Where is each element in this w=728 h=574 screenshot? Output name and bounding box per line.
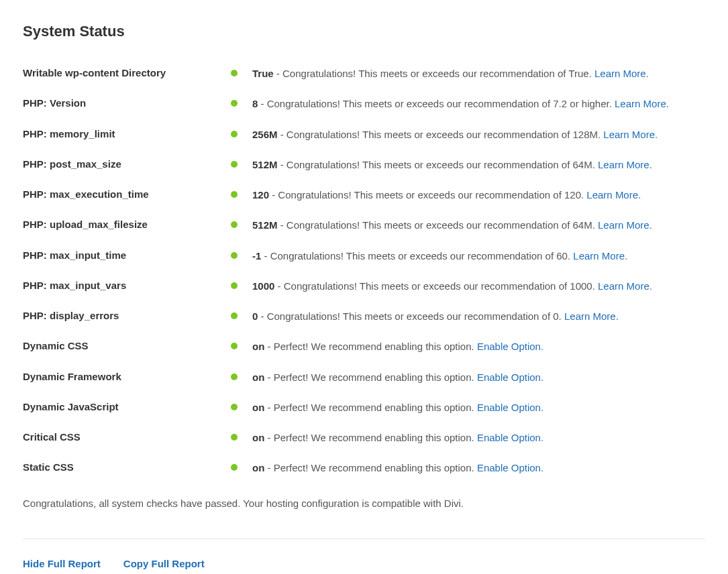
status-row: PHP: display_errors0 - Congratulations! … — [23, 308, 705, 324]
status-row: PHP: max_execution_time120 - Congratulat… — [23, 187, 705, 203]
status-text: - Perfect! We recommend enabling this op… — [264, 432, 477, 443]
divider — [23, 538, 705, 539]
status-list: Writable wp-content DirectoryTrue - Cong… — [23, 66, 705, 476]
status-label: PHP: Version — [23, 96, 231, 111]
status-label: PHP: max_input_time — [23, 248, 231, 264]
status-link[interactable]: Learn More. — [594, 68, 649, 79]
status-label: Static CSS — [23, 460, 231, 475]
status-text: - Perfect! We recommend enabling this op… — [264, 341, 477, 352]
status-label: Dynamic Framework — [23, 369, 231, 385]
status-text: - Perfect! We recommend enabling this op… — [264, 371, 477, 383]
status-text: - Congratulations! This meets or exceeds… — [274, 68, 594, 79]
status-value: on — [252, 432, 264, 443]
status-message: on - Perfect! We recommend enabling this… — [252, 339, 705, 354]
status-value: 256M — [252, 129, 278, 140]
status-message: 512M - Congratulations! This meets or ex… — [252, 217, 705, 233]
status-link[interactable]: Learn More. — [598, 219, 652, 231]
status-link[interactable]: Learn More. — [598, 280, 652, 292]
status-label: PHP: post_max_size — [23, 157, 231, 172]
status-message: True - Congratulations! This meets or ex… — [252, 66, 705, 81]
summary-message: Congratulations, all system checks have … — [23, 498, 705, 509]
status-link[interactable]: Learn More. — [586, 189, 641, 200]
status-ok-icon — [231, 404, 238, 410]
status-message: 256M - Congratulations! This meets or ex… — [252, 127, 705, 142]
status-ok-icon — [231, 343, 238, 349]
status-ok-icon — [231, 131, 238, 137]
status-ok-icon — [231, 374, 238, 380]
status-value: True — [252, 68, 274, 79]
status-text: - Perfect! We recommend enabling this op… — [264, 462, 477, 473]
status-text: - Congratulations! This meets or exceeds… — [278, 129, 604, 140]
status-value: -1 — [252, 250, 261, 262]
status-ok-icon — [231, 464, 238, 471]
status-link[interactable]: Enable Option. — [477, 402, 543, 413]
status-label: Dynamic CSS — [23, 339, 231, 354]
status-row: Dynamic Frameworkon - Perfect! We recomm… — [23, 369, 705, 385]
status-text: - Congratulations! This meets or exceeds… — [269, 189, 586, 200]
status-text: - Congratulations! This meets or exceeds… — [258, 98, 615, 109]
status-ok-icon — [231, 191, 238, 198]
status-ok-icon — [231, 221, 238, 228]
status-ok-icon — [231, 252, 238, 259]
status-value: on — [252, 402, 264, 413]
status-row: Dynamic CSSon - Perfect! We recommend en… — [23, 339, 705, 354]
status-value: on — [252, 462, 264, 473]
status-ok-icon — [231, 100, 238, 107]
status-text: - Congratulations! This meets or exceeds… — [278, 219, 598, 231]
status-ok-icon — [231, 161, 238, 168]
status-text: - Congratulations! This meets or exceeds… — [258, 310, 564, 322]
status-link[interactable]: Enable Option. — [477, 462, 543, 473]
status-row: Dynamic JavaScripton - Perfect! We recom… — [23, 400, 705, 415]
status-row: Static CSSon - Perfect! We recommend ena… — [23, 460, 705, 475]
status-ok-icon — [231, 70, 238, 76]
status-row: PHP: post_max_size512M - Congratulations… — [23, 157, 705, 172]
status-label: Critical CSS — [23, 430, 231, 445]
status-row: PHP: memory_limit256M - Congratulations!… — [23, 127, 705, 142]
status-link[interactable]: Enable Option. — [477, 371, 543, 383]
status-value: 1000 — [252, 280, 274, 292]
status-message: 120 - Congratulations! This meets or exc… — [252, 187, 705, 203]
status-message: 1000 - Congratulations! This meets or ex… — [252, 278, 705, 294]
copy-full-report-link[interactable]: Copy Full Report — [123, 558, 205, 569]
status-label: PHP: display_errors — [23, 308, 231, 324]
status-link[interactable]: Learn More. — [573, 250, 627, 262]
status-label: PHP: max_input_vars — [23, 278, 231, 294]
status-text: - Congratulations! This meets or exceeds… — [278, 159, 598, 170]
status-label: Writable wp-content Directory — [23, 66, 231, 81]
status-message: on - Perfect! We recommend enabling this… — [252, 460, 705, 475]
status-text: - Congratulations! This meets or exceeds… — [261, 250, 573, 262]
status-ok-icon — [231, 312, 238, 319]
status-link[interactable]: Learn More. — [603, 129, 658, 140]
status-row: Writable wp-content DirectoryTrue - Cong… — [23, 66, 705, 81]
status-ok-icon — [231, 434, 238, 441]
status-message: on - Perfect! We recommend enabling this… — [252, 400, 705, 415]
status-label: Dynamic JavaScript — [23, 400, 231, 415]
page-title: System Status — [23, 23, 705, 40]
status-text: - Congratulations! This meets or exceeds… — [274, 280, 598, 292]
status-label: PHP: upload_max_filesize — [23, 217, 231, 233]
status-link[interactable]: Enable Option. — [477, 341, 543, 352]
status-message: 512M - Congratulations! This meets or ex… — [252, 157, 705, 172]
status-value: on — [252, 341, 264, 352]
status-text: - Perfect! We recommend enabling this op… — [264, 402, 477, 413]
status-ok-icon — [231, 282, 238, 289]
status-message: on - Perfect! We recommend enabling this… — [252, 369, 705, 385]
status-row: Critical CSSon - Perfect! We recommend e… — [23, 430, 705, 445]
status-message: 0 - Congratulations! This meets or excee… — [252, 308, 705, 324]
status-label: PHP: max_execution_time — [23, 187, 231, 203]
status-link[interactable]: Learn More. — [564, 310, 619, 322]
status-link[interactable]: Learn More. — [598, 159, 652, 170]
status-label: PHP: memory_limit — [23, 127, 231, 142]
status-row: PHP: Version8 - Congratulations! This me… — [23, 96, 705, 111]
status-value: 512M — [252, 159, 278, 170]
actions-bar: Hide Full Report Copy Full Report — [23, 558, 705, 569]
status-row: PHP: max_input_vars1000 - Congratulation… — [23, 278, 705, 294]
status-message: on - Perfect! We recommend enabling this… — [252, 430, 705, 445]
hide-full-report-link[interactable]: Hide Full Report — [23, 558, 101, 569]
status-row: PHP: max_input_time-1 - Congratulations!… — [23, 248, 705, 264]
status-link[interactable]: Learn More. — [615, 98, 669, 109]
status-value: on — [252, 371, 264, 383]
status-link[interactable]: Enable Option. — [477, 432, 543, 443]
status-row: PHP: upload_max_filesize512M - Congratul… — [23, 217, 705, 233]
status-value: 512M — [252, 219, 278, 231]
